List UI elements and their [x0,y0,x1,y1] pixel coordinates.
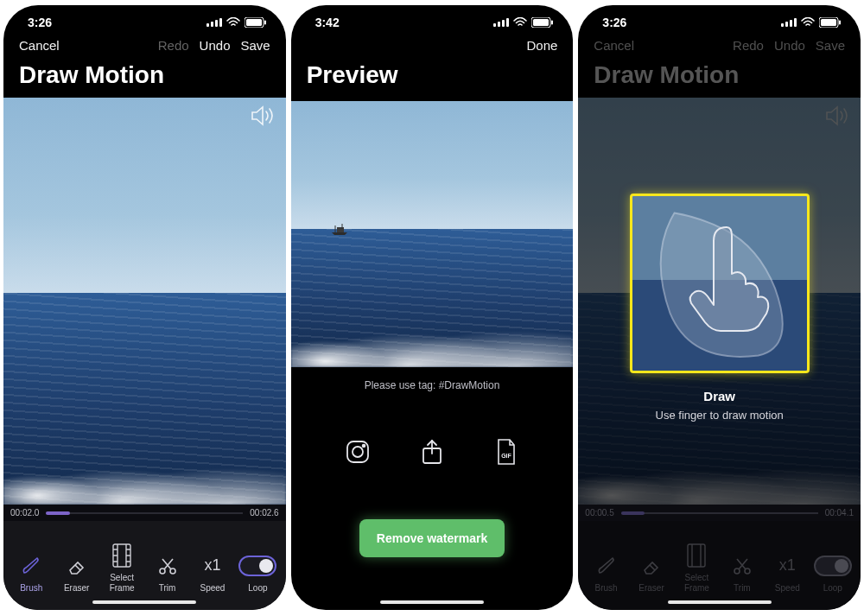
select-frame-tool[interactable]: Select Frame [101,543,143,593]
signal-icon [493,18,509,27]
remove-watermark-button[interactable]: Remove watermark [359,519,505,557]
page-title: Preview [291,56,574,98]
eraser-tool[interactable]: Eraser [56,554,98,594]
svg-line-3 [75,565,80,570]
tutorial-title: Draw [703,389,735,403]
screen-draw-motion: 3:26 Cancel Redo Undo Save Draw Motion [3,5,286,610]
battery-icon [531,17,554,28]
nav-bar: Done [291,29,574,56]
trim-tool[interactable]: Trim [147,554,188,594]
svg-rect-19 [551,21,553,25]
svg-text:GIF: GIF [501,453,511,459]
screen-preview: 3:42 Done Preview Please use tag: #DrawM… [291,5,574,610]
gif-button[interactable]: GIF [489,435,524,469]
loop-label: Loop [248,583,267,594]
home-indicator[interactable] [92,600,196,604]
tutorial-subtitle: Use finger to draw motion [656,409,784,422]
nav-bar: Cancel Redo Undo Save [3,29,286,56]
wifi-icon [226,17,240,28]
speed-label: Speed [200,583,226,594]
scissors-icon [156,554,179,578]
eraser-label: Eraser [64,583,89,594]
filmstrip-icon [112,543,131,568]
svg-point-25 [362,445,365,448]
svg-rect-20 [337,227,344,232]
hand-icon [679,220,774,333]
home-indicator[interactable] [380,600,484,604]
trim-label: Trim [159,583,176,594]
loop-tool[interactable]: Loop [237,554,278,594]
cancel-button[interactable]: Cancel [19,38,60,53]
wifi-icon [513,17,527,28]
boat-graphic [330,224,349,234]
status-bar: 3:26 [3,5,286,29]
tutorial-preview [630,194,810,373]
svg-point-24 [353,447,363,457]
page-title: Draw Motion [3,56,286,98]
loop-toggle-icon[interactable] [238,556,276,576]
redo-button[interactable]: Redo [158,38,189,53]
preview-canvas[interactable] [291,101,574,367]
speed-tool[interactable]: x1 Speed [192,554,233,594]
svg-rect-18 [533,19,549,26]
select-frame-label: Select Frame [110,573,135,593]
svg-rect-2 [264,21,266,25]
instagram-button[interactable] [340,435,375,469]
hashtag-caption: Please use tag: #DrawMotion [291,367,574,391]
screen-tutorial: 3:26 Cancel Redo Undo Save Draw Motion 0… [578,5,861,610]
eraser-icon [66,554,88,578]
brush-tool[interactable]: Brush [10,554,52,594]
status-time: 3:42 [315,16,340,29]
time-end: 00:02.6 [250,508,278,518]
share-row: GIF [291,391,574,469]
time-start: 00:02.0 [10,508,39,518]
done-button[interactable]: Done [526,38,557,53]
status-time: 3:26 [28,16,52,29]
svg-line-15 [164,559,173,569]
signal-icon [206,18,222,27]
status-bar: 3:42 [291,5,574,29]
share-button[interactable] [415,435,449,469]
undo-button[interactable]: Undo [200,38,231,53]
video-canvas[interactable] [3,98,286,505]
time-bar[interactable]: 00:02.0 00:02.6 [3,505,286,521]
speed-icon: x1 [204,554,220,578]
svg-line-16 [162,559,171,569]
speaker-icon[interactable] [250,105,276,130]
tool-bar: Brush Eraser Select Frame Trim x1 Speed … [3,521,286,610]
save-button[interactable]: Save [240,38,270,53]
tutorial-overlay[interactable]: Draw Use finger to draw motion [578,5,861,610]
brush-icon [20,554,42,578]
svg-rect-1 [246,19,262,26]
time-track[interactable] [46,512,243,514]
brush-label: Brush [20,583,42,594]
battery-icon [245,17,267,28]
